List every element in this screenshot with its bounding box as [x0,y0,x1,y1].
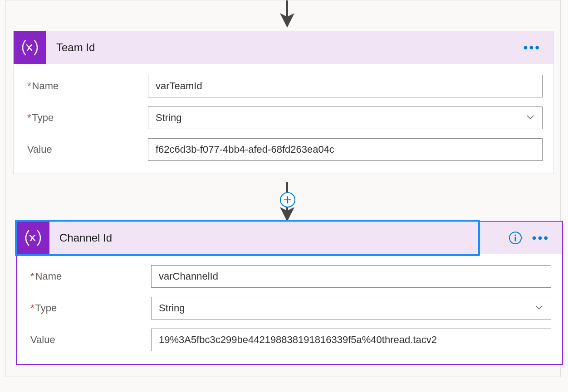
type-select[interactable] [151,297,551,319]
variable-icon [17,222,49,254]
card-header[interactable]: Channel Id ••• [17,222,562,254]
variable-icon [14,31,46,64]
value-label: Value [28,334,151,346]
name-label: *Name [24,80,148,92]
value-label: Value [24,144,148,155]
info-icon[interactable] [509,231,522,245]
svg-point-3 [514,234,516,236]
flow-canvas: Team Id ••• *Name *Type [5,0,561,377]
card-title: Team Id [46,41,524,54]
type-label: *Type [28,302,151,314]
name-input[interactable] [151,265,551,288]
action-card-channel-id: Channel Id ••• *Name *Type [16,221,563,365]
name-input[interactable] [148,75,543,97]
more-menu-icon[interactable]: ••• [524,41,541,54]
value-input[interactable] [148,138,543,161]
type-label: *Type [24,112,148,124]
type-select[interactable] [148,106,543,129]
svg-rect-4 [514,237,516,242]
name-label: *Name [28,271,151,282]
value-input[interactable] [151,329,551,351]
action-card-team-id: Team Id ••• *Name *Type [13,31,554,174]
card-header[interactable]: Team Id ••• [14,31,553,64]
more-menu-icon[interactable]: ••• [532,232,549,244]
add-step-button[interactable] [280,192,295,208]
card-title: Channel Id [49,232,509,244]
